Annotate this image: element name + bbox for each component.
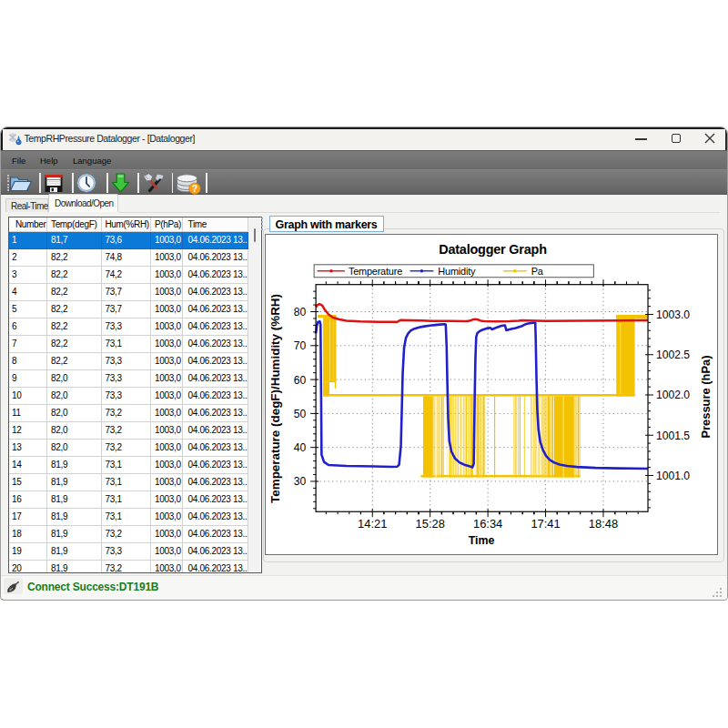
- svg-text:1003.0: 1003.0: [656, 308, 690, 321]
- svg-text:Humidity: Humidity: [438, 266, 476, 277]
- svg-text:1002.5: 1002.5: [656, 349, 690, 361]
- svg-text:80: 80: [294, 306, 307, 318]
- svg-text:Temperature (degF)/Humidity (%: Temperature (degF)/Humidity (%RH): [268, 294, 282, 503]
- svg-text:17:41: 17:41: [531, 517, 560, 531]
- svg-text:15:28: 15:28: [416, 517, 445, 531]
- svg-text:1002.0: 1002.0: [656, 389, 690, 401]
- svg-text:40: 40: [294, 441, 307, 454]
- svg-text:?: ?: [191, 183, 197, 193]
- svg-text:1001.0: 1001.0: [656, 470, 690, 482]
- svg-text:Datalogger Graph: Datalogger Graph: [439, 242, 547, 257]
- svg-text:1001.5: 1001.5: [656, 430, 690, 442]
- svg-text:Temperature: Temperature: [349, 266, 402, 277]
- svg-text:50: 50: [294, 408, 307, 420]
- svg-text:60: 60: [294, 374, 307, 387]
- svg-text:Pa: Pa: [531, 266, 544, 277]
- svg-text:30: 30: [294, 475, 307, 488]
- svg-text:Pressure (hPa): Pressure (hPa): [699, 355, 713, 438]
- svg-text:14:21: 14:21: [358, 517, 387, 531]
- svg-text:70: 70: [294, 339, 307, 352]
- svg-text:Time: Time: [469, 534, 495, 547]
- svg-text:18:48: 18:48: [589, 517, 618, 531]
- svg-text:16:34: 16:34: [473, 517, 502, 531]
